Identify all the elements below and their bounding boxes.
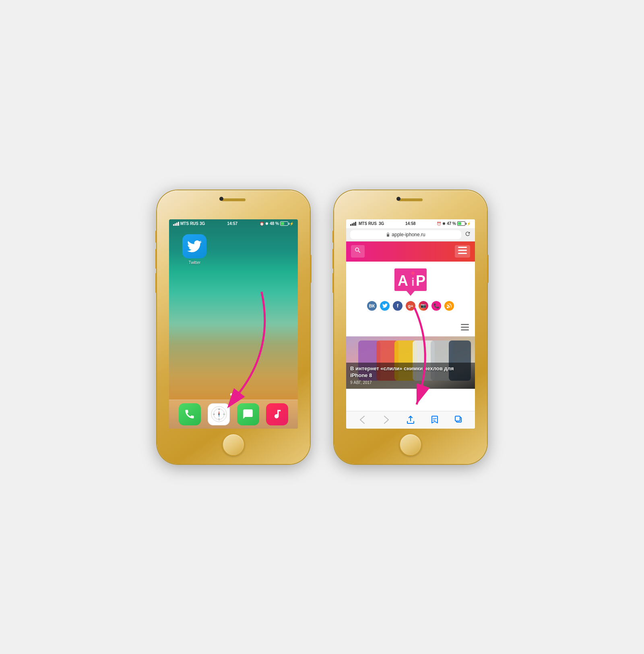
signal-bar-2-3 — [353, 223, 355, 226]
svg-rect-26 — [461, 326, 469, 328]
svg-rect-27 — [461, 329, 469, 330]
rss-icon[interactable] — [444, 301, 454, 311]
article-card[interactable]: В интернет «слили» снимки чехлов для iPh… — [346, 336, 475, 389]
twitter-app-icon[interactable]: Twitter — [179, 234, 210, 265]
power-button[interactable] — [310, 255, 312, 283]
menu-icon[interactable] — [461, 324, 469, 332]
article-date: 9 АВГ, 2017 — [350, 380, 471, 385]
article-title: В интернет «слили» снимки чехлов для iPh… — [350, 365, 471, 379]
signal-bar-2 — [175, 223, 176, 226]
signal-bar-3 — [176, 223, 178, 226]
share-button[interactable] — [403, 413, 418, 427]
status-bar: MTS RUS 3G 14:57 ⏰ ✱ 48 % ⚡ — [169, 219, 298, 228]
battery-icon-2 — [457, 221, 465, 226]
vk-icon[interactable]: ВК — [367, 301, 377, 311]
svg-point-9 — [218, 414, 219, 415]
search-button[interactable] — [351, 245, 365, 258]
bluetooth-icon-2: ✱ — [442, 222, 446, 226]
network-label: 3G — [200, 221, 205, 226]
forward-button[interactable] — [379, 413, 394, 427]
mute-button[interactable] — [155, 231, 157, 243]
article-text-overlay: В интернет «слили» снимки чехлов для iPh… — [350, 365, 471, 385]
network-label-2: 3G — [379, 221, 384, 226]
page-dot-1 — [230, 393, 233, 396]
music-app-dock[interactable] — [266, 403, 288, 425]
logo-area: A i i P ВК f g+ — [346, 262, 475, 320]
page-dot-2 — [235, 393, 237, 396]
search-icon — [354, 247, 361, 254]
battery-icon — [280, 221, 288, 226]
svg-text:P: P — [416, 272, 425, 289]
reload-icon — [464, 231, 471, 237]
twitter-icon-bg — [182, 234, 206, 258]
battery-percent: 48 % — [270, 221, 279, 226]
aip-logo: A i i P — [390, 268, 431, 298]
home-button[interactable] — [222, 433, 245, 456]
time-label-2: 14:58 — [405, 221, 416, 226]
volume-down-button-2[interactable] — [332, 273, 334, 293]
messages-app-dock[interactable] — [237, 403, 259, 425]
phone-icon — [184, 408, 195, 420]
twitter-social-icon[interactable] — [380, 301, 390, 311]
signal-bar-2-2 — [352, 223, 353, 226]
svg-point-23 — [411, 272, 415, 275]
twitter-label: Twitter — [189, 260, 200, 265]
signal-bars-2 — [350, 222, 356, 226]
svg-text:W: W — [213, 413, 215, 415]
status-right: ⏰ ✱ 48 % ⚡ — [260, 221, 294, 226]
speaker — [221, 198, 246, 201]
twitter-bird-svg — [187, 240, 202, 252]
charging-icon: ⚡ — [289, 222, 294, 226]
website-header — [346, 241, 475, 262]
dock: N S W E — [169, 400, 298, 429]
power-button-2[interactable] — [487, 255, 489, 283]
bookmarks-button[interactable] — [427, 413, 442, 427]
instagram-icon[interactable]: 📷 — [419, 301, 428, 311]
bluetooth-icon: ✱ — [265, 222, 268, 226]
safari-app-dock[interactable]: N S W E — [208, 403, 230, 425]
signal-bar-4 — [178, 222, 179, 226]
phone-2: MTS RUS 3G 14:58 ⏰ ✱ 47 % ⚡ — [334, 190, 487, 464]
status-right-2: ⏰ ✱ 47 % ⚡ — [437, 221, 471, 226]
svg-rect-25 — [461, 324, 469, 325]
front-camera — [219, 197, 223, 201]
svg-text:N: N — [219, 408, 220, 410]
home-screen: MTS RUS 3G 14:57 ⏰ ✱ 48 % ⚡ — [169, 219, 298, 429]
back-button[interactable] — [355, 413, 369, 427]
svg-text:i: i — [411, 276, 415, 288]
charging-icon-2: ⚡ — [466, 222, 471, 226]
hamburger-menu[interactable] — [455, 245, 470, 258]
svg-text:E: E — [224, 413, 225, 415]
status-left: MTS RUS 3G — [173, 221, 205, 226]
mute-button-2[interactable] — [332, 231, 334, 243]
url-text: apple-iphone.ru — [392, 232, 425, 237]
volume-up-button[interactable] — [155, 249, 157, 269]
phone-app-dock[interactable] — [179, 403, 201, 425]
front-camera-2 — [396, 197, 400, 201]
tabs-button[interactable] — [452, 413, 466, 427]
carrier-label-2: MTS RUS — [359, 221, 377, 226]
music-icon — [272, 408, 283, 420]
safari-icon: N S W E — [211, 406, 227, 422]
volume-down-button[interactable] — [155, 273, 157, 293]
signal-bar-1 — [173, 224, 174, 226]
volume-up-button-2[interactable] — [332, 249, 334, 269]
home-button-2[interactable] — [399, 433, 422, 456]
svg-rect-18 — [458, 253, 467, 254]
hamburger-icon — [458, 247, 467, 254]
reload-button[interactable] — [464, 231, 471, 239]
signal-bar-2-4 — [355, 222, 356, 226]
url-field[interactable]: apple-iphone.ru — [350, 230, 461, 239]
svg-rect-16 — [458, 247, 467, 248]
facebook-icon[interactable]: f — [393, 301, 402, 311]
time-label: 14:57 — [227, 221, 237, 226]
svg-text:A: A — [398, 272, 408, 289]
googleplus-icon[interactable]: g+ — [406, 301, 415, 311]
clock-icon-2: ⏰ — [437, 222, 441, 226]
signal-bars — [173, 222, 179, 226]
phone-social-icon[interactable]: 📞 — [431, 301, 441, 311]
safari-screen: MTS RUS 3G 14:58 ⏰ ✱ 47 % ⚡ — [346, 219, 475, 429]
app-grid: Twitter — [169, 228, 298, 271]
url-bar: apple-iphone.ru — [346, 228, 475, 241]
social-icons-row: ВК f g+ 📷 📞 — [367, 298, 454, 314]
